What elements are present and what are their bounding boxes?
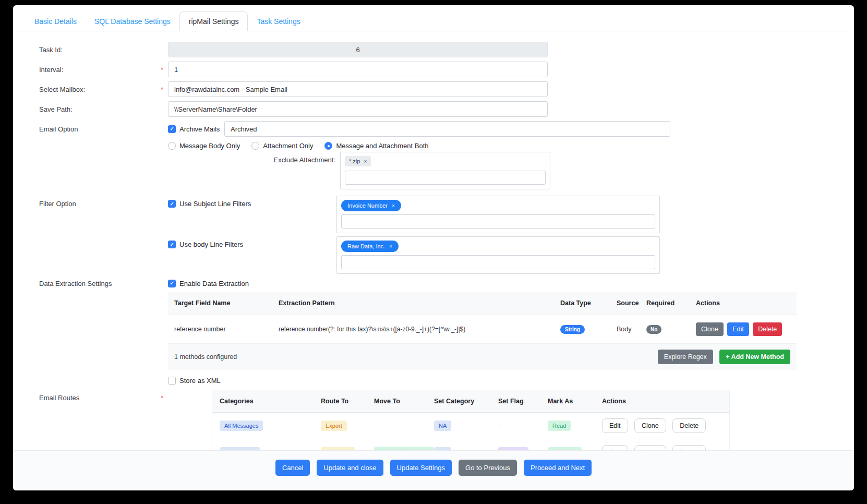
route-to-cell: Export [321, 415, 374, 437]
extraction-actions-cell: Clone Edit Delete [696, 315, 790, 343]
subject-filters-input[interactable] [341, 214, 655, 229]
archive-folder-input[interactable] [224, 121, 670, 137]
category-badge: All Messages [220, 421, 263, 431]
extraction-pattern-cell: reference number(?: for this fax)?\s+is\… [279, 318, 560, 340]
column-header-mark-as: Mark As [548, 390, 602, 412]
radio-message-and-attachment-both[interactable] [324, 142, 332, 150]
body-filters-tagbox: Raw Data, Inc. × [336, 236, 660, 274]
remove-tag-icon[interactable]: × [389, 244, 392, 249]
column-header-data-type: Data Type [560, 292, 617, 315]
interval-input[interactable] [168, 62, 548, 77]
exclude-attachment-label: Exclude Attachment: [168, 152, 340, 164]
tab-ripmail-settings[interactable]: ripMail Settings [179, 11, 248, 31]
use-subject-filters-group: Use Subject Line Filters [168, 196, 336, 208]
interval-label: Interval: [39, 65, 161, 74]
column-header-actions: Actions [696, 292, 790, 315]
select-mailbox-label: Select Mailbox: [39, 85, 161, 93]
extraction-methods-table: Target Field Name Extraction Pattern Dat… [168, 292, 797, 370]
use-body-filters-checkbox[interactable] [168, 241, 176, 248]
email-content-radio-row: Message Body Only Attachment Only Messag… [168, 142, 854, 150]
required-badge: No [646, 325, 661, 334]
move-to-cell: ripMail Exceptions [374, 441, 434, 450]
use-subject-filters-checkbox[interactable] [168, 200, 176, 208]
move-to-badge: ripMail Exceptions [374, 447, 434, 450]
enable-data-extraction-checkbox[interactable] [168, 280, 176, 287]
clone-method-button[interactable]: Clone [696, 322, 724, 336]
set-flag-cell: No Date [498, 441, 548, 450]
add-new-method-button[interactable]: + Add New Method [719, 350, 790, 364]
select-mailbox-input[interactable] [168, 81, 548, 97]
mark-as-cell: Read [548, 415, 602, 437]
column-header-route-to: Route To [321, 390, 374, 412]
column-header-categories: Categories [220, 390, 321, 412]
use-body-filters-group: Use body Line Filters [168, 236, 336, 248]
cancel-button[interactable]: Cancel [275, 460, 310, 476]
update-settings-button[interactable]: Update Settings [390, 460, 452, 476]
mark-as-cell: No Action [548, 441, 602, 450]
select-mailbox-row: Select Mailbox: * [39, 81, 854, 97]
route-actions-cell: Edit Clone Delete [602, 413, 722, 439]
route-actions-cell: Edit Clone Delete [602, 439, 722, 450]
store-as-xml-label: Store as XML [179, 377, 221, 385]
tab-task-settings[interactable]: Task Settings [248, 12, 309, 31]
data-type-badge: String [560, 325, 585, 334]
edit-route-button[interactable]: Edit [602, 445, 628, 450]
subject-filter-tag-label: Invoice Number [347, 202, 388, 209]
route-to-badge: Export [321, 421, 347, 431]
radio-attachment-only-group: Attachment Only [251, 142, 313, 150]
data-extraction-row: Data Extraction Settings Enable Data Ext… [39, 279, 854, 287]
column-header-extraction-pattern: Extraction Pattern [279, 292, 560, 315]
body-filter-tag-label: Raw Data, Inc. [347, 243, 385, 249]
remove-tag-icon[interactable]: × [392, 203, 395, 209]
remove-tag-icon[interactable]: × [364, 159, 367, 164]
target-field-cell: reference number [174, 318, 279, 340]
extraction-footer-buttons: Explore Regex + Add New Method [653, 350, 790, 364]
radio-message-body-only-group: Message Body Only [168, 142, 240, 150]
enable-data-extraction-group: Enable Data Extraction [168, 280, 249, 287]
proceed-and-next-button[interactable]: Proceed and Next [524, 460, 592, 476]
data-extraction-label: Data Extraction Settings [39, 279, 161, 287]
radio-message-body-only[interactable] [168, 142, 176, 150]
store-as-xml-row: Store as XML [168, 377, 854, 385]
column-header-move-to: Move To [374, 390, 434, 412]
clone-route-button[interactable]: Clone [634, 445, 666, 450]
email-option-row: Email Option Archive Mails [39, 121, 854, 137]
use-body-filters-label: Use body Line Filters [179, 241, 243, 248]
store-as-xml-checkbox[interactable] [168, 377, 176, 385]
email-routes-row: Email Routes * Categories Route To Move … [39, 390, 854, 450]
exclude-attachment-row: Exclude Attachment: *.zip × [168, 152, 854, 189]
archive-mails-checkbox[interactable] [168, 125, 176, 133]
task-id-input [168, 42, 548, 57]
save-path-label: Save Path: [39, 105, 161, 113]
explore-regex-button[interactable]: Explore Regex [658, 350, 713, 364]
radio-attachment-only[interactable] [251, 142, 259, 150]
body-filters-input[interactable] [341, 255, 655, 269]
exclude-attachment-tags: *.zip × [345, 156, 546, 167]
extraction-table-row: reference number reference number(?: for… [168, 315, 797, 344]
delete-method-button[interactable]: Delete [753, 322, 782, 336]
archive-mails-group: Archive Mails [168, 125, 224, 133]
required-asterisk: * [161, 390, 168, 402]
update-and-close-button[interactable]: Update and close [317, 460, 383, 476]
store-as-xml-group: Store as XML [168, 377, 221, 385]
column-header-set-category: Set Category [434, 390, 498, 412]
clone-route-button[interactable]: Clone [634, 418, 666, 433]
save-path-row: Save Path: [39, 101, 854, 117]
save-path-input[interactable] [168, 101, 548, 117]
exclude-attachment-input[interactable] [345, 171, 546, 185]
edit-method-button[interactable]: Edit [727, 322, 749, 336]
edit-route-button[interactable]: Edit [602, 418, 628, 433]
bottom-action-bar: Cancel Update and close Update Settings … [13, 450, 854, 490]
body-filter-tag: Raw Data, Inc. × [341, 241, 399, 252]
subject-filters-tags: Invoice Number × [341, 200, 655, 211]
column-header-set-flag: Set Flag [498, 390, 548, 412]
set-flag-cell: – [498, 416, 548, 435]
delete-route-button[interactable]: Delete [672, 418, 706, 433]
delete-route-button[interactable]: Delete [672, 445, 706, 450]
go-to-previous-button[interactable]: Go to Previous [459, 460, 517, 476]
column-header-actions: Actions [602, 390, 722, 412]
tab-sql-database-settings[interactable]: SQL Database Settings [86, 12, 179, 31]
settings-window: Basic Details SQL Database Settings ripM… [13, 5, 854, 490]
settings-form: Task Id: Interval: * Select Mailbox: * S… [13, 31, 854, 450]
tab-basic-details[interactable]: Basic Details [26, 12, 86, 31]
